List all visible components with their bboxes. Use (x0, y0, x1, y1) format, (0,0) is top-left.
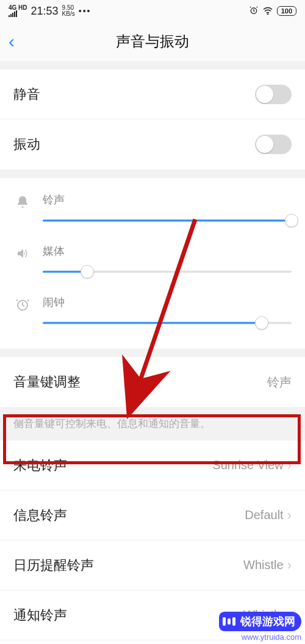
status-bar: 4G HD 21:53 9.50 KB/s ••• 100 (0, 0, 305, 22)
slider-media[interactable] (43, 266, 292, 278)
mute-toggle[interactable] (255, 85, 292, 104)
slider-media-label: 媒体 (43, 244, 292, 258)
vibrate-row[interactable]: 振动 (0, 119, 305, 169)
incoming-ringtone-value: Sunrise View (212, 458, 283, 472)
battery-icon: 100 (277, 6, 296, 16)
chevron-right-icon: › (287, 508, 292, 523)
volume-key-hint: 侧音量键可控制来电、信息和通知的音量。 (0, 407, 305, 441)
watermark-badge: 锐得游戏网 (219, 612, 301, 631)
volume-key-row[interactable]: 音量键调整 铃声 (0, 357, 305, 407)
watermark-brand: 锐得游戏网 (240, 614, 295, 629)
incoming-ringtone-row[interactable]: 来电铃声 Sunrise View› (0, 441, 305, 490)
vibrate-label: 振动 (13, 135, 40, 154)
watermark: 锐得游戏网 www.ytruida.com (219, 612, 301, 642)
alarm-icon (249, 5, 259, 17)
group-silence: 静音 振动 (0, 69, 305, 169)
slider-alarm-row: 闹钟 (13, 286, 292, 338)
slider-ringtone-label: 铃声 (43, 193, 292, 207)
calendar-ringtone-row[interactable]: 日历提醒铃声 Whistle› (0, 540, 305, 590)
svg-point-1 (267, 13, 268, 14)
mute-label: 静音 (13, 85, 40, 104)
watermark-url: www.ytruida.com (219, 632, 301, 642)
signal-icon: 4G HD (9, 5, 27, 17)
calendar-ringtone-label: 日历提醒铃声 (13, 556, 94, 575)
vibrate-toggle[interactable] (255, 135, 292, 154)
status-left: 4G HD 21:53 9.50 KB/s ••• (9, 5, 91, 18)
slider-alarm[interactable] (43, 317, 292, 329)
calendar-ringtone-value: Whistle (243, 558, 284, 572)
speaker-icon (13, 246, 32, 261)
slider-alarm-label: 闹钟 (43, 295, 292, 310)
volume-key-label: 音量键调整 (13, 373, 81, 391)
chevron-right-icon: › (287, 458, 292, 473)
message-ringtone-value: Default (245, 508, 283, 522)
status-netspeed: 9.50 KB/s (62, 5, 75, 17)
clock-icon (13, 297, 32, 312)
slider-media-row: 媒体 (13, 235, 292, 286)
group-volume-key: 音量键调整 铃声 (0, 357, 305, 407)
mute-row[interactable]: 静音 (0, 69, 305, 119)
page-header: ‹ 声音与振动 (0, 22, 305, 61)
page-title: 声音与振动 (116, 32, 189, 51)
message-ringtone-label: 信息铃声 (13, 506, 67, 525)
status-time: 21:53 (31, 5, 59, 18)
status-right: 100 (249, 5, 296, 17)
chevron-right-icon: › (287, 557, 292, 573)
group-volume-sliders: 铃声 媒体 闹钟 (0, 178, 305, 349)
slider-ringtone-row: 铃声 (13, 184, 292, 235)
incoming-ringtone-label: 来电铃声 (13, 456, 67, 475)
volume-key-value: 铃声 (267, 374, 292, 391)
back-button[interactable]: ‹ (9, 31, 15, 52)
status-more-icon: ••• (79, 6, 92, 16)
controller-icon (223, 617, 235, 626)
message-ringtone-row[interactable]: 信息铃声 Default› (0, 490, 305, 540)
slider-ringtone[interactable] (43, 214, 292, 227)
wifi-icon (262, 6, 273, 16)
notify-ringtone-label: 通知铃声 (13, 606, 67, 625)
bell-icon (13, 195, 32, 210)
